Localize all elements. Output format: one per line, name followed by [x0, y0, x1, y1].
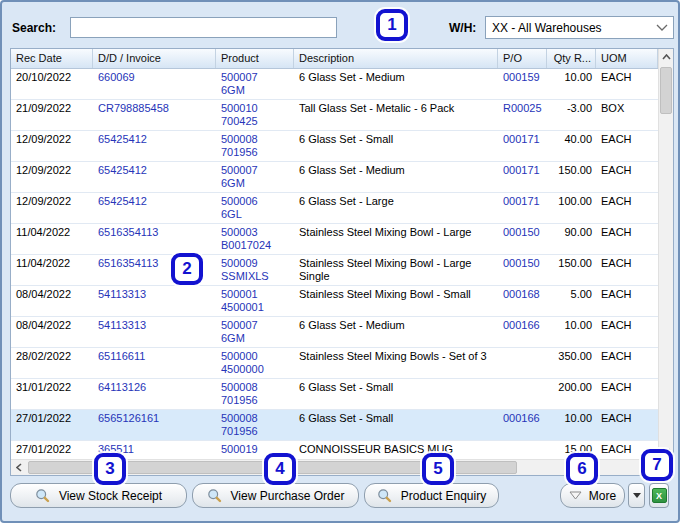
table-row[interactable]: 31/01/2022641131265000087019566 Glass Se… — [11, 379, 658, 410]
warehouse-label: W/H: — [449, 21, 476, 35]
column-header-uom[interactable]: UOM — [596, 49, 658, 68]
cell-po[interactable]: R00025 — [498, 100, 547, 130]
product-enquiry-button[interactable]: Product Enquiry — [364, 483, 499, 508]
cell-description: Tall Glass Set - Metalic - 6 Pack — [294, 100, 498, 130]
triangle-down-icon — [569, 491, 582, 500]
cell-uom: EACH — [596, 410, 658, 440]
magnifier-icon — [207, 488, 222, 503]
scroll-left-button[interactable] — [11, 460, 27, 475]
table-row[interactable]: 11/04/20226516354113500009SSMIXLSStainle… — [11, 255, 658, 286]
more-split-dropdown-button[interactable] — [628, 483, 645, 508]
cell-dd-invoice[interactable]: 6516354113 — [93, 224, 216, 254]
cell-dd-invoice[interactable]: 6565126161 — [93, 410, 216, 440]
scroll-up-button[interactable] — [659, 49, 673, 65]
view-purchase-order-label: View Purchase Order — [231, 489, 345, 503]
search-input[interactable] — [70, 17, 337, 38]
cell-po[interactable]: 000171 — [498, 162, 547, 192]
vertical-scroll-thumb[interactable] — [660, 67, 672, 114]
view-purchase-order-button[interactable]: View Purchase Order — [192, 483, 359, 508]
cell-po[interactable]: 000150 — [498, 255, 547, 285]
cell-po[interactable]: 000168 — [498, 286, 547, 316]
cell-product[interactable]: 500009SSMIXLS — [216, 255, 294, 285]
cell-product[interactable]: 5000014500001 — [216, 286, 294, 316]
cell-rec-date: 11/04/2022 — [11, 224, 93, 254]
cell-product[interactable]: 5000004500000 — [216, 348, 294, 378]
column-header-description[interactable]: Description — [294, 49, 498, 68]
view-stock-receipt-button[interactable]: View Stock Receipt — [10, 483, 187, 508]
cell-po[interactable]: 000159 — [498, 69, 547, 99]
cell-rec-date: 28/02/2022 — [11, 348, 93, 378]
cell-uom: EACH — [596, 69, 658, 99]
table-row[interactable]: 12/09/2022654254125000076GM6 Glass Set -… — [11, 162, 658, 193]
cell-dd-invoice[interactable]: CR798885458 — [93, 100, 216, 130]
vertical-scrollbar[interactable] — [658, 49, 673, 459]
cell-product[interactable]: 500010700425 — [216, 100, 294, 130]
cell-product[interactable]: 500008701956 — [216, 410, 294, 440]
cell-qty-received: 10.00 — [547, 410, 596, 440]
cell-description: 6 Glass Set - Medium — [294, 69, 498, 99]
cell-dd-invoice[interactable]: 54113313 — [93, 317, 216, 347]
magnifier-icon — [35, 488, 50, 503]
cell-dd-invoice[interactable]: 65425412 — [93, 193, 216, 223]
column-header-rec-date[interactable]: Rec Date — [11, 49, 93, 68]
cell-po[interactable] — [498, 441, 547, 459]
cell-po[interactable]: 000171 — [498, 131, 547, 161]
cell-description: Stainless Steel Mixing Bowls - Set of 3 — [294, 348, 498, 378]
cell-rec-date: 11/04/2022 — [11, 255, 93, 285]
cell-description: 6 Glass Set - Medium — [294, 162, 498, 192]
warehouse-selected-value: XX - All Warehouses — [492, 21, 602, 35]
table-header: Rec DateD/D / InvoiceProductDescriptionP… — [11, 49, 658, 69]
table-row[interactable]: 12/09/2022654254125000066GL6 Glass Set -… — [11, 193, 658, 224]
product-enquiry-label: Product Enquiry — [401, 489, 486, 503]
chevron-down-icon — [656, 24, 668, 31]
column-header-product[interactable]: Product — [216, 49, 294, 68]
cell-dd-invoice[interactable]: 54113313 — [93, 286, 216, 316]
cell-product[interactable]: 500008701956 — [216, 131, 294, 161]
table-row[interactable]: 28/02/2022651166115000004500000Stainless… — [11, 348, 658, 379]
cell-rec-date: 27/01/2022 — [11, 410, 93, 440]
cell-dd-invoice[interactable]: 65425412 — [93, 162, 216, 192]
cell-qty-received: 10.00 — [547, 69, 596, 99]
warehouse-select[interactable]: XX - All Warehouses — [485, 16, 674, 39]
cell-dd-invoice[interactable]: 660069 — [93, 69, 216, 99]
cell-po[interactable] — [498, 348, 547, 378]
cell-po[interactable]: 000166 — [498, 317, 547, 347]
cell-product[interactable]: 5000076GM — [216, 162, 294, 192]
column-header-dd-invoice[interactable]: D/D / Invoice — [93, 49, 216, 68]
table-body: 20/10/20226600695000076GM6 Glass Set - M… — [11, 69, 658, 459]
table-row[interactable]: 08/04/2022541133135000076GM6 Glass Set -… — [11, 317, 658, 348]
cell-product[interactable]: 5000076GM — [216, 69, 294, 99]
cell-po[interactable] — [498, 379, 547, 409]
more-label: More — [589, 489, 616, 503]
cell-product[interactable]: 500008701956 — [216, 379, 294, 409]
cell-rec-date: 27/01/2022 — [11, 441, 93, 459]
caret-down-icon — [633, 493, 641, 498]
cell-dd-invoice[interactable]: 64113126 — [93, 379, 216, 409]
cell-qty-received: -3.00 — [547, 100, 596, 130]
column-header-po[interactable]: P/O — [498, 49, 547, 68]
export-to-excel-button[interactable]: X — [649, 483, 669, 508]
cell-dd-invoice[interactable]: 65116611 — [93, 348, 216, 378]
cell-rec-date: 31/01/2022 — [11, 379, 93, 409]
table-row[interactable]: 12/09/2022654254125000087019566 Glass Se… — [11, 131, 658, 162]
cell-rec-date: 08/04/2022 — [11, 286, 93, 316]
cell-po[interactable]: 000171 — [498, 193, 547, 223]
cell-product[interactable]: 5000076GM — [216, 317, 294, 347]
cell-po[interactable]: 000166 — [498, 410, 547, 440]
table-row[interactable]: 11/04/20226516354113500003B0017024Stainl… — [11, 224, 658, 255]
cell-product[interactable]: 500003B0017024 — [216, 224, 294, 254]
cell-dd-invoice[interactable]: 65425412 — [93, 131, 216, 161]
table-row[interactable]: 27/01/202265651261615000087019566 Glass … — [11, 410, 658, 441]
column-header-qty-received[interactable]: Qty R... — [547, 49, 596, 68]
cell-description: 6 Glass Set - Large — [294, 193, 498, 223]
cell-product[interactable]: 5000066GL — [216, 193, 294, 223]
cell-uom: EACH — [596, 255, 658, 285]
table-row[interactable]: 20/10/20226600695000076GM6 Glass Set - M… — [11, 69, 658, 100]
cell-uom: EACH — [596, 193, 658, 223]
more-button[interactable]: More — [560, 483, 625, 508]
search-label: Search: — [12, 21, 56, 35]
table-row[interactable]: 08/04/2022541133135000014500001Stainless… — [11, 286, 658, 317]
table-row[interactable]: 21/09/2022CR798885458500010700425Tall Gl… — [11, 100, 658, 131]
cell-po[interactable]: 000150 — [498, 224, 547, 254]
annotation-callout-1: 1 — [376, 9, 408, 41]
